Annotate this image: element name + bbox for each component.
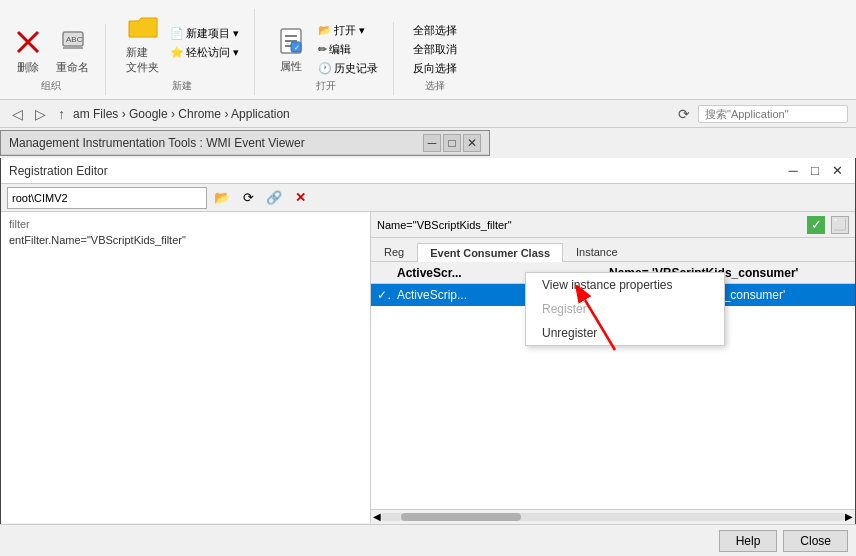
properties-button[interactable]: ✓ 属性 — [271, 23, 311, 76]
properties-icon: ✓ — [275, 25, 307, 57]
properties-label: 属性 — [280, 59, 302, 74]
wmi-close-button[interactable]: ✕ — [463, 134, 481, 152]
history-icon: 🕐 — [318, 62, 332, 75]
help-button[interactable]: Help — [719, 530, 778, 552]
wmi-restore-button[interactable]: □ — [443, 134, 461, 152]
scroll-left-button[interactable]: ◀ — [373, 511, 381, 522]
ribbon-select-small: 全部选择 全部取消 反向选择 — [410, 22, 460, 77]
delete-label: 删除 — [17, 60, 39, 75]
context-menu-item-unregister[interactable]: Unregister — [526, 321, 724, 345]
edit-button[interactable]: ✏ 编辑 — [315, 41, 381, 58]
wmi-minimize-button[interactable]: ─ — [423, 134, 441, 152]
context-menu-item-register: Register — [526, 297, 724, 321]
reg-toolbar: 📂 ⟳ 🔗 ✕ — [1, 184, 855, 212]
address-path[interactable]: am Files › Google › Chrome › Application — [73, 107, 670, 121]
delete-button[interactable]: 删除 — [8, 24, 48, 77]
left-panel: filter entFilter.Name="VBScriptKids_filt… — [1, 212, 371, 523]
scroll-right-button[interactable]: ▶ — [845, 511, 853, 522]
history-label: 历史记录 — [334, 61, 378, 76]
scroll-track — [381, 513, 845, 521]
reg-title: Registration Editor — [9, 164, 781, 178]
bottom-bar: Help Close — [0, 524, 856, 556]
browse-icon: 📂 — [214, 190, 230, 205]
toolbar-connect-button[interactable]: 🔗 — [263, 187, 285, 209]
ribbon-group-buttons: 删除 ABC 重命名 — [8, 24, 93, 77]
refresh-icon: ⟳ — [243, 190, 254, 205]
scroll-thumb[interactable] — [401, 513, 521, 521]
refresh-button[interactable]: ⟳ — [674, 104, 694, 124]
ribbon: 删除 ABC 重命名 组织 — [0, 0, 856, 100]
ribbon-group-organize: 删除 ABC 重命名 组织 — [8, 24, 106, 95]
easy-access-button[interactable]: ⭐ 轻松访问 ▾ — [167, 44, 242, 61]
ribbon-group-open: ✓ 属性 📂 打开 ▾ ✏ 编辑 🕐 历史记录 打开 — [271, 22, 394, 95]
new-folder-label: 新建文件夹 — [126, 45, 159, 75]
reg-close-button[interactable]: ✕ — [827, 162, 847, 180]
name-bar-icon-button[interactable]: ⬜ — [831, 216, 849, 234]
horizontal-scrollbar[interactable]: ◀ ▶ — [371, 509, 855, 523]
ribbon-group-label-organize: 组织 — [41, 79, 61, 93]
nav-up-button[interactable]: ↑ — [54, 104, 69, 124]
new-item-label: 新建项目 ▾ — [186, 26, 239, 41]
tab-event-consumer-class[interactable]: Event Consumer Class — [417, 243, 563, 262]
toolbar-browse-button[interactable]: 📂 — [211, 187, 233, 209]
svg-text:ABC: ABC — [66, 35, 83, 44]
ribbon-group-new: 新建文件夹 📄 新建项目 ▾ ⭐ 轻松访问 ▾ 新建 — [122, 9, 255, 95]
right-panel: Name="VBScriptKids_filter" ✓ ⬜ Reg Event… — [371, 212, 855, 523]
name-bar: Name="VBScriptKids_filter" ✓ ⬜ — [371, 212, 855, 238]
ribbon-group-new-buttons: 新建文件夹 📄 新建项目 ▾ ⭐ 轻松访问 ▾ — [122, 9, 242, 77]
reg-titlebar: Registration Editor ─ □ ✕ — [1, 158, 855, 184]
svg-text:✓: ✓ — [294, 44, 300, 51]
toolbar-refresh-button[interactable]: ⟳ — [237, 187, 259, 209]
new-item-button[interactable]: 📄 新建项目 ▾ — [167, 25, 242, 42]
context-menu: View instance properties Register Unregi… — [525, 272, 725, 346]
edit-icon: ✏ — [318, 43, 327, 56]
select-all-label: 全部选择 — [413, 23, 457, 38]
invert-select-label: 反向选择 — [413, 61, 457, 76]
registration-editor-window: Registration Editor ─ □ ✕ 📂 ⟳ 🔗 ✕ filter… — [0, 158, 856, 556]
row-check: ✓ — [371, 286, 391, 304]
open-icon: 📂 — [318, 24, 332, 37]
folder-icon — [127, 11, 159, 43]
invert-select-button[interactable]: 反向选择 — [410, 60, 460, 77]
easy-access-icon: ⭐ — [170, 46, 184, 59]
reg-main: filter entFilter.Name="VBScriptKids_filt… — [1, 212, 855, 523]
wmi-event-viewer-window: Management Instrumentation Tools : WMI E… — [0, 130, 490, 156]
select-all-button[interactable]: 全部选择 — [410, 22, 460, 39]
wmi-title: Management Instrumentation Tools : WMI E… — [9, 136, 421, 150]
tabs-bar: Reg Event Consumer Class Instance — [371, 238, 855, 262]
new-folder-button[interactable]: 新建文件夹 — [122, 9, 163, 77]
delete-icon — [12, 26, 44, 58]
new-item-icon: 📄 — [170, 27, 184, 40]
name-bar-check-button[interactable]: ✓ — [807, 216, 825, 234]
reg-restore-button[interactable]: □ — [805, 162, 825, 180]
address-bar: ◁ ▷ ↑ am Files › Google › Chrome › Appli… — [0, 100, 856, 128]
toolbar-delete-button[interactable]: ✕ — [289, 187, 311, 209]
toolbar-delete-icon: ✕ — [295, 190, 306, 205]
rename-icon: ABC — [57, 26, 89, 58]
ribbon-group-select: 全部选择 全部取消 反向选择 选择 — [410, 22, 472, 95]
open-button[interactable]: 📂 打开 ▾ — [315, 22, 381, 39]
rename-button[interactable]: ABC 重命名 — [52, 24, 93, 77]
search-input[interactable] — [698, 105, 848, 123]
close-window-button[interactable]: Close — [783, 530, 848, 552]
namespace-combo[interactable] — [7, 187, 207, 209]
tab-reg[interactable]: Reg — [371, 242, 417, 261]
nav-back-button[interactable]: ◁ — [8, 104, 27, 124]
wmi-titlebar: Management Instrumentation Tools : WMI E… — [1, 131, 489, 155]
ribbon-group-label-open: 打开 — [316, 79, 336, 93]
filter-item[interactable]: entFilter.Name="VBScriptKids_filter" — [5, 232, 366, 248]
deselect-all-label: 全部取消 — [413, 42, 457, 57]
reg-minimize-button[interactable]: ─ — [783, 162, 803, 180]
deselect-all-button[interactable]: 全部取消 — [410, 41, 460, 58]
ribbon-group-label-select: 选择 — [425, 79, 445, 93]
address-path-text: am Files › Google › Chrome › Application — [73, 107, 290, 121]
tab-instance[interactable]: Instance — [563, 242, 631, 261]
ribbon-open-small: 📂 打开 ▾ ✏ 编辑 🕐 历史记录 — [315, 22, 381, 77]
name-bar-value: Name="VBScriptKids_filter" — [377, 219, 801, 231]
edit-label: 编辑 — [329, 42, 351, 57]
context-menu-item-view-properties[interactable]: View instance properties — [526, 273, 724, 297]
connect-icon: 🔗 — [266, 190, 282, 205]
easy-access-label: 轻松访问 ▾ — [186, 45, 239, 60]
nav-forward-button[interactable]: ▷ — [31, 104, 50, 124]
history-button[interactable]: 🕐 历史记录 — [315, 60, 381, 77]
